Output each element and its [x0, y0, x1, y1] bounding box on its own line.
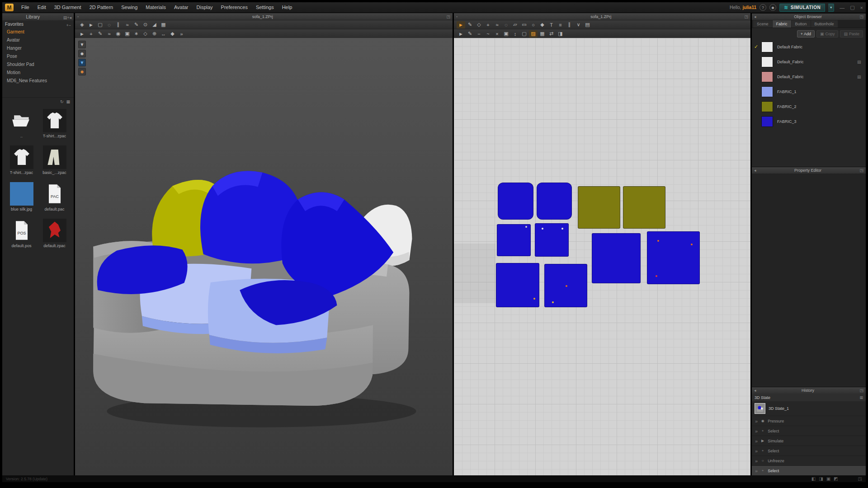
- history-entry[interactable]: »+Select: [752, 465, 866, 475]
- library-thumbnail[interactable]: PACdefault.pac: [40, 182, 70, 211]
- library-thumbnail[interactable]: T-shirt...zpac: [7, 145, 37, 175]
- library-item-hanger[interactable]: Hanger: [2, 44, 74, 52]
- show-3d-garment-icon[interactable]: ▼: [78, 41, 86, 48]
- menu-help[interactable]: Help: [278, 2, 297, 13]
- double-chevron-icon[interactable]: »: [755, 428, 758, 434]
- layout-quad-icon[interactable]: ◩: [834, 476, 838, 481]
- library-thumbnail[interactable]: default.zpac: [40, 219, 70, 248]
- grading-icon[interactable]: ▤: [583, 21, 592, 28]
- fabric-row[interactable]: Default_Fabric▤: [752, 54, 866, 69]
- sew-segment-icon[interactable]: ∥: [114, 21, 123, 28]
- pattern-piece[interactable]: [647, 231, 700, 284]
- brush-icon[interactable]: ✎: [96, 30, 104, 38]
- edit-sewing-icon[interactable]: ✎: [466, 30, 474, 38]
- steam-icon[interactable]: ≈: [105, 30, 113, 38]
- show-internal-lines-icon[interactable]: ▼: [78, 59, 86, 66]
- unfold-icon[interactable]: ◨: [556, 30, 565, 38]
- library-item-garment[interactable]: Garment: [2, 28, 74, 36]
- paste-fabric-button[interactable]: ▤ Paste: [840, 30, 863, 38]
- library-menu-icon[interactable]: ▤: [63, 15, 67, 20]
- simulation-button[interactable]: ≋ SIMULATION: [779, 4, 825, 12]
- show-grid-icon[interactable]: ▦: [538, 30, 547, 38]
- app-logo[interactable]: M: [5, 4, 14, 11]
- pattern-piece[interactable]: [496, 263, 539, 307]
- measure-icon[interactable]: ↔: [159, 30, 168, 38]
- pattern-piece[interactable]: [497, 224, 531, 256]
- menu-display[interactable]: Display: [193, 2, 217, 13]
- refresh-icon[interactable]: ↻: [60, 99, 64, 104]
- show-avatar-skin-icon[interactable]: ☻: [78, 68, 86, 75]
- history-entry[interactable]: »◉Pressure: [752, 416, 866, 426]
- double-chevron-icon[interactable]: »: [755, 468, 758, 474]
- flatten-icon[interactable]: ▦: [159, 21, 168, 28]
- close-icon[interactable]: ×: [860, 5, 863, 10]
- more-tools-icon[interactable]: »: [177, 30, 186, 38]
- tack-icon[interactable]: ⊕: [150, 30, 159, 38]
- fabric-row[interactable]: FABRIC_1: [752, 84, 866, 99]
- fabric-check-icon[interactable]: ✓: [754, 44, 761, 50]
- select-move-icon[interactable]: ►: [87, 21, 95, 28]
- polygon-icon[interactable]: ▱: [511, 21, 519, 28]
- library-item-shoulder-pad[interactable]: Shoulder Pad: [2, 61, 74, 69]
- account-icon[interactable]: ☻: [769, 4, 776, 11]
- panel-toggle-icon[interactable]: ◳: [858, 476, 862, 481]
- library-item-pose[interactable]: Pose: [2, 52, 74, 61]
- double-chevron-icon[interactable]: »: [755, 458, 758, 464]
- help-icon[interactable]: ?: [760, 4, 766, 11]
- history-entry[interactable]: »○Unfreeze: [752, 455, 866, 465]
- solidify-icon[interactable]: ▣: [123, 30, 132, 38]
- box-select-icon[interactable]: ▢: [96, 21, 104, 28]
- circle-icon[interactable]: ○: [529, 21, 538, 28]
- menu-avatar[interactable]: Avatar: [170, 2, 193, 13]
- lasso-select-icon[interactable]: ◌: [105, 21, 113, 28]
- layout-right-icon[interactable]: ◨: [819, 476, 823, 481]
- sync-panel-icon[interactable]: ⇄: [547, 30, 556, 38]
- pattern-piece[interactable]: [498, 183, 533, 220]
- freeze-icon[interactable]: ∗: [132, 30, 141, 38]
- menu-file[interactable]: File: [17, 2, 33, 13]
- detach-panel-icon[interactable]: ◳: [859, 168, 863, 173]
- transform-pattern-icon[interactable]: ►: [457, 21, 465, 28]
- menu-preferences[interactable]: Preferences: [217, 2, 252, 13]
- pattern-piece[interactable]: [537, 183, 572, 220]
- edit-sewing-icon[interactable]: ✎: [132, 21, 141, 28]
- deactivate-icon[interactable]: ◇: [141, 30, 150, 38]
- viewport-detach-icon[interactable]: ◳: [447, 14, 451, 19]
- history-entry[interactable]: »+Select: [752, 446, 866, 455]
- pressure-tool-icon[interactable]: ◉: [114, 30, 123, 38]
- detach-panel-icon[interactable]: ◳: [859, 388, 863, 393]
- minimize-icon[interactable]: —: [840, 5, 844, 10]
- layout-full-icon[interactable]: ▣: [826, 476, 830, 481]
- menu-materials[interactable]: Materials: [142, 2, 170, 13]
- menu-edit[interactable]: Edit: [33, 2, 50, 13]
- fold-arrangement-icon[interactable]: ◢: [150, 21, 159, 28]
- tab-buttonhole[interactable]: Buttonhole: [811, 20, 838, 28]
- add-fabric-button[interactable]: + Add: [797, 30, 815, 38]
- pattern-piece[interactable]: [592, 233, 641, 283]
- menu-2d-pattern[interactable]: 2D Pattern: [85, 2, 118, 13]
- menu-settings[interactable]: Settings: [252, 2, 278, 13]
- pin-icon[interactable]: ⊙: [141, 21, 150, 28]
- double-chevron-icon[interactable]: »: [755, 418, 758, 424]
- pattern-piece[interactable]: [535, 223, 569, 257]
- maximize-icon[interactable]: ▢: [850, 5, 854, 10]
- detach-panel-icon[interactable]: ◳: [859, 14, 863, 19]
- remove-favorite-icon[interactable]: −: [69, 23, 71, 28]
- menu-3d-garment[interactable]: 3D Garment: [50, 2, 85, 13]
- show-3d-avatar-icon[interactable]: ☻: [78, 50, 86, 57]
- double-chevron-icon[interactable]: »: [755, 438, 758, 444]
- fabric-texture-icon[interactable]: ▤: [857, 60, 863, 64]
- rectangle-icon[interactable]: ▭: [520, 21, 528, 28]
- viewport-3d-canvas[interactable]: ▼☻▼☻: [75, 38, 453, 475]
- notch-icon[interactable]: ∨: [574, 21, 583, 28]
- transform-sewing-icon[interactable]: ►: [457, 30, 465, 38]
- library-thumbnail[interactable]: basic_...zpac: [40, 145, 70, 175]
- edit-curve-point-icon[interactable]: ◌: [502, 21, 510, 28]
- fabric-row[interactable]: Default_Fabric▤: [752, 69, 866, 84]
- simulation-dropdown-icon[interactable]: ▾: [828, 4, 834, 12]
- library-item-md6-new-features[interactable]: MD6_New Features: [2, 77, 74, 85]
- double-chevron-icon[interactable]: »: [755, 448, 758, 454]
- library-thumbnail[interactable]: ..: [7, 109, 37, 138]
- save-state-icon[interactable]: ⊞: [859, 395, 863, 400]
- detach-sewing-icon[interactable]: ×: [493, 30, 501, 38]
